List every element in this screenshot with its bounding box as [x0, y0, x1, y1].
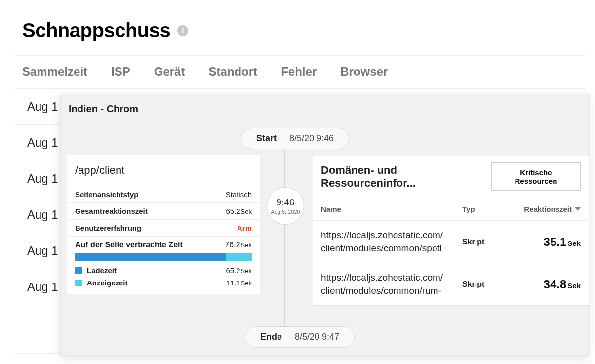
metric-number: 34.8: [544, 278, 567, 291]
col-type[interactable]: Typ: [462, 205, 507, 213]
detail-title: /app/client: [75, 164, 252, 177]
resource-reaction-time: 35.1Sek: [507, 235, 581, 249]
resource-url: https://localjs.zohostatic.com/ client/m…: [321, 271, 462, 297]
detail-header: /app/client: [67, 155, 260, 186]
metric-number: 76.2: [225, 241, 240, 249]
legend-value: 11.1Sek: [226, 279, 252, 287]
metric-label: Seitenansichtstyp: [75, 190, 138, 199]
legend-load: Ladezeit 65.2Sek: [75, 266, 252, 275]
overlay-title: Indien - Chrom: [61, 94, 588, 125]
col-name[interactable]: Name: [321, 205, 462, 213]
swatch-load-icon: [75, 267, 82, 274]
resources-card: Domänen- und Ressourceninfor... Kritisch…: [313, 156, 589, 306]
resource-url-line: client/modules/common/rum-: [321, 284, 462, 298]
metric-unit: Sek: [241, 208, 252, 215]
col-rt-label: Reaktionszeit: [524, 205, 572, 213]
metric-unit: Sek: [241, 242, 252, 249]
metric-ux: Benutzererfahrung Arm: [67, 220, 260, 237]
metric-number: 11.1: [226, 279, 240, 287]
tab-isp[interactable]: ISP: [111, 65, 150, 79]
metric-label: Gesamtreaktionszeit: [75, 207, 148, 215]
metric-value: Statisch: [226, 190, 252, 199]
tab-sammelzeit[interactable]: Sammelzeit: [22, 65, 107, 79]
metric-number: 35.1: [544, 235, 567, 248]
resource-type: Skript: [462, 280, 507, 289]
resource-row[interactable]: https://localjs.zohostatic.com/ client/m…: [313, 221, 589, 263]
chevron-down-icon: [575, 207, 581, 211]
legend-value: 65.2Sek: [226, 266, 252, 275]
resource-url-line: https://localjs.zohostatic.com/: [321, 229, 462, 242]
metric-label: Benutzererfahrung: [75, 224, 141, 232]
info-icon[interactable]: i: [177, 25, 188, 36]
page-detail-card: /app/client Seitenansichtstyp Statisch G…: [67, 155, 260, 294]
metric-unit: Sek: [241, 280, 252, 287]
timeline-event-circle[interactable]: 9:46 Aug 5, 2020: [267, 187, 304, 225]
metric-totalresponse: Gesamtreaktionszeit 65.2Sek: [67, 203, 260, 220]
metric-timeonpage-block: Auf der Seite verbrachte Zeit 76.2Sek La…: [67, 237, 260, 294]
resources-header: Domänen- und Ressourceninfor... Kritisch…: [313, 156, 589, 198]
start-time: 8/5/20 9:46: [289, 133, 334, 144]
resources-title: Domänen- und Ressourceninfor...: [321, 164, 491, 190]
tab-fehler[interactable]: Fehler: [281, 65, 336, 79]
end-label: Ende: [260, 332, 282, 342]
resources-columns: Name Typ Reaktionszeit: [313, 198, 589, 221]
timeline-end-pill: Ende 8/5/20 9:47: [245, 326, 355, 348]
bar-viewtime: [226, 253, 252, 261]
timeline-line: [284, 142, 285, 334]
metric-number: 65.2: [226, 207, 240, 215]
timeline-start-pill: Start 8/5/20 9:46: [241, 128, 349, 149]
metric-value: Arm: [237, 224, 252, 232]
legend-label: Anzeigezeit: [87, 279, 128, 287]
metric-value: 76.2Sek: [225, 241, 252, 249]
metric-label: Auf der Seite verbrachte Zeit: [75, 241, 183, 249]
metric-value: 65.2Sek: [226, 207, 252, 215]
start-label: Start: [256, 133, 277, 144]
legend-label: Ladezeit: [87, 266, 117, 275]
time-bar: [75, 253, 252, 261]
metric-unit: Sek: [567, 282, 581, 290]
resource-url: https://localjs.zohostatic.com/ client/m…: [321, 229, 462, 255]
metric-number: 65.2: [226, 266, 240, 275]
col-reaction-time[interactable]: Reaktionszeit: [507, 205, 581, 213]
metric-pageviewtype: Seitenansichtstyp Statisch: [67, 186, 260, 203]
resource-row[interactable]: https://localjs.zohostatic.com/ client/m…: [313, 263, 589, 305]
page-header: Schnappschuss i: [15, 8, 585, 56]
resource-type: Skript: [462, 238, 507, 246]
tabs-bar: Sammelzeit ISP Gerät Standort Fehler Bro…: [15, 56, 585, 89]
page-title: Schnappschuss: [22, 19, 170, 41]
metric-unit: Sek: [241, 267, 252, 275]
tab-standort[interactable]: Standort: [208, 65, 277, 79]
event-date: Aug 5, 2020: [271, 209, 300, 215]
resource-url-line: https://localjs.zohostatic.com/: [321, 271, 462, 284]
metric-unit: Sek: [567, 239, 581, 247]
tab-browser[interactable]: Browser: [340, 65, 407, 79]
end-time: 8/5/20 9:47: [295, 332, 339, 342]
bar-loadtime: [75, 253, 226, 261]
legend-view: Anzeigezeit 11.1Sek: [75, 279, 252, 287]
resource-url-line: client/modules/common/spotl: [321, 242, 462, 255]
tab-geraet[interactable]: Gerät: [154, 65, 205, 79]
event-time: 9:46: [277, 197, 295, 208]
critical-resources-button[interactable]: Kritische Ressourcen: [491, 163, 581, 191]
resource-reaction-time: 34.8Sek: [507, 278, 581, 291]
swatch-view-icon: [75, 280, 82, 286]
session-overlay: Indien - Chrom Start 8/5/20 9:46 9:46 Au…: [60, 94, 589, 356]
